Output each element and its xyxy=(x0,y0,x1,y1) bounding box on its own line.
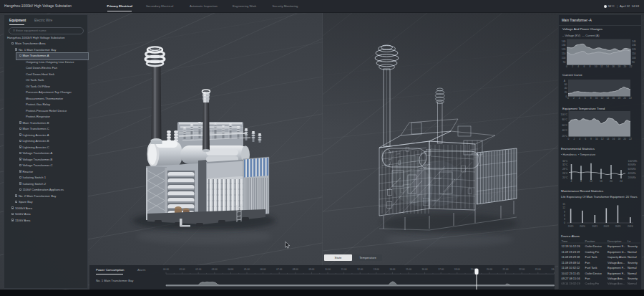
svg-text:90: 90 xyxy=(632,61,635,64)
svg-text:12: 12 xyxy=(601,138,604,140)
svg-text:22:00: 22:00 xyxy=(519,268,525,271)
svg-text:05:00: 05:00 xyxy=(244,268,250,271)
svg-text:4: 4 xyxy=(579,138,580,140)
svg-text:20:00: 20:00 xyxy=(487,268,492,271)
svg-text:10: 10 xyxy=(595,97,598,100)
svg-text:0: 0 xyxy=(568,138,570,140)
svg-text:110: 110 xyxy=(632,52,636,55)
svg-text:03:00: 03:00 xyxy=(212,268,218,271)
svg-text:16:00: 16:00 xyxy=(422,268,428,271)
svg-text:23:00: 23:00 xyxy=(535,268,541,271)
svg-text:28°C: 28°C xyxy=(562,168,568,171)
svg-text:110: 110 xyxy=(562,52,566,55)
svg-text:32°C: 32°C xyxy=(562,163,568,166)
svg-text:18: 18 xyxy=(618,65,620,68)
svg-text:20°C: 20°C xyxy=(562,176,568,179)
svg-text:4: 4 xyxy=(571,180,572,183)
svg-text:24:00: 24:00 xyxy=(551,268,555,271)
svg-text:14: 14 xyxy=(606,65,609,68)
svg-text:06:00: 06:00 xyxy=(260,268,266,271)
svg-text:18:00: 18:00 xyxy=(454,268,460,271)
svg-text:8: 8 xyxy=(590,97,592,100)
svg-text:120: 120 xyxy=(632,48,636,51)
svg-text:02:00: 02:00 xyxy=(195,268,201,271)
svg-text:8: 8 xyxy=(590,65,591,68)
svg-text:15: 15 xyxy=(562,203,565,206)
svg-text:8: 8 xyxy=(580,180,582,183)
svg-text:16: 16 xyxy=(613,138,615,140)
svg-text:20%Rh: 20%Rh xyxy=(628,176,636,179)
svg-text:12: 12 xyxy=(601,97,604,100)
svg-text:100°C: 100°C xyxy=(561,113,568,116)
svg-text:14:00: 14:00 xyxy=(389,268,395,271)
svg-text:00:00: 00:00 xyxy=(163,268,169,271)
svg-text:12:00: 12:00 xyxy=(357,268,363,271)
svg-text:A: A xyxy=(564,80,566,82)
svg-text:130: 130 xyxy=(632,44,636,47)
svg-text:20: 20 xyxy=(565,91,567,94)
svg-text:40: 40 xyxy=(565,87,567,90)
svg-text:04:00: 04:00 xyxy=(228,268,233,271)
svg-text:12: 12 xyxy=(590,180,592,183)
svg-text:12: 12 xyxy=(562,206,565,209)
svg-text:20: 20 xyxy=(623,138,626,140)
svg-text:6: 6 xyxy=(585,97,586,100)
svg-text:2023: 2023 xyxy=(615,225,621,228)
svg-text:34°C: 34°C xyxy=(562,160,568,163)
svg-text:90: 90 xyxy=(563,61,566,64)
svg-text:09:00: 09:00 xyxy=(308,268,314,271)
svg-text:20: 20 xyxy=(623,97,626,100)
svg-text:6: 6 xyxy=(585,138,586,140)
svg-text:130: 130 xyxy=(562,44,566,47)
svg-text:2021: 2021 xyxy=(592,225,598,228)
svg-text:2022: 2022 xyxy=(604,225,610,228)
svg-text:11:00: 11:00 xyxy=(341,268,347,271)
svg-text:2020: 2020 xyxy=(580,225,585,228)
svg-text:18: 18 xyxy=(618,97,620,100)
svg-text:140: 140 xyxy=(562,40,566,43)
svg-text:08:00: 08:00 xyxy=(293,268,298,271)
svg-text:20°C: 20°C xyxy=(562,135,567,138)
svg-text:9: 9 xyxy=(564,211,565,214)
svg-text:07:00: 07:00 xyxy=(276,268,282,271)
svg-text:22: 22 xyxy=(629,138,632,140)
svg-text:60%Rh: 60%Rh xyxy=(628,168,636,171)
svg-text:16: 16 xyxy=(612,65,615,68)
svg-text:20: 20 xyxy=(623,65,626,68)
svg-text:2: 2 xyxy=(572,65,573,68)
svg-text:100: 100 xyxy=(632,57,636,59)
svg-text:4: 4 xyxy=(577,65,579,68)
svg-text:2019: 2019 xyxy=(568,225,574,228)
svg-text:13:00: 13:00 xyxy=(374,268,379,271)
svg-text:0: 0 xyxy=(566,65,567,68)
svg-text:6: 6 xyxy=(583,65,585,68)
svg-text:100: 100 xyxy=(562,57,566,59)
svg-text:01:00: 01:00 xyxy=(180,268,185,271)
svg-text:2: 2 xyxy=(573,138,575,140)
svg-text:40%Rh: 40%Rh xyxy=(628,172,636,175)
svg-text:8: 8 xyxy=(590,138,592,140)
svg-text:80%Rh: 80%Rh xyxy=(628,163,636,166)
svg-text:120: 120 xyxy=(562,48,566,51)
svg-text:80°C: 80°C xyxy=(562,118,567,121)
svg-text:24°C: 24°C xyxy=(562,172,568,175)
svg-text:4: 4 xyxy=(579,97,580,100)
svg-text:22: 22 xyxy=(629,97,632,100)
svg-text:15:00: 15:00 xyxy=(406,268,411,271)
svg-text:16: 16 xyxy=(612,97,615,100)
svg-text:22: 22 xyxy=(630,65,633,68)
svg-text:3: 3 xyxy=(564,218,565,221)
svg-text:14: 14 xyxy=(606,97,609,100)
svg-text:140: 140 xyxy=(632,40,636,43)
svg-text:2024: 2024 xyxy=(628,225,633,228)
svg-text:14: 14 xyxy=(607,138,610,140)
svg-text:0: 0 xyxy=(564,221,565,224)
svg-text:20: 20 xyxy=(610,180,613,183)
svg-text:18: 18 xyxy=(618,138,620,140)
svg-text:10: 10 xyxy=(595,138,598,140)
svg-text:6: 6 xyxy=(564,214,565,217)
svg-text:24: 24 xyxy=(620,180,623,183)
svg-text:60: 60 xyxy=(565,83,567,86)
svg-text:0: 0 xyxy=(567,97,569,100)
svg-text:60°C: 60°C xyxy=(562,124,567,127)
